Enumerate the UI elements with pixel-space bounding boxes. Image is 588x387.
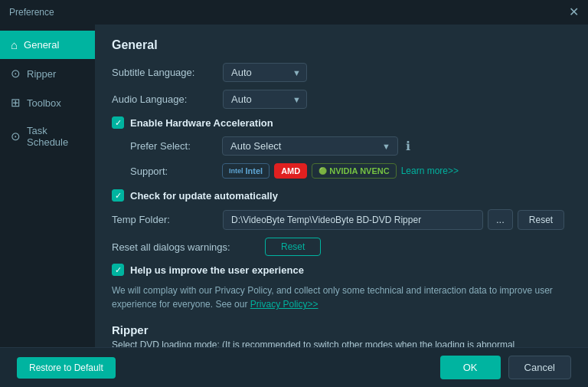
ripper-section: Ripper Select DVD loading mode: (It is r…: [112, 323, 571, 347]
audio-language-label: Audio Language:: [112, 93, 223, 105]
temp-folder-browse-button[interactable]: ...: [488, 209, 513, 230]
support-row: Support: Intel Intel AMD 🟢 NVIDIA NVENC …: [112, 163, 571, 179]
cancel-button[interactable]: Cancel: [508, 356, 571, 379]
help-improve-checkmark: ✓: [115, 266, 122, 274]
help-improve-checkbox[interactable]: ✓: [112, 264, 124, 276]
hardware-acceleration-checkmark: ✓: [115, 119, 122, 127]
preference-window: Preference ✕ ⌂ General ⊙ Ripper ⊞ Toolbo…: [0, 0, 588, 387]
reset-dialogs-label: Reset all dialogs warnings:: [112, 241, 265, 253]
general-icon: ⌂: [11, 38, 18, 51]
check-update-checkmark: ✓: [115, 192, 122, 200]
nvidia-logo: 🟢: [318, 167, 327, 175]
main-content: General Subtitle Language: Auto English …: [95, 25, 588, 347]
titlebar: Preference ✕: [0, 0, 588, 25]
check-update-label: Check for update automatically: [130, 190, 278, 202]
section-title: General: [112, 38, 571, 52]
toolbox-icon: ⊞: [11, 96, 21, 110]
help-improve-row: ✓ Help us improve the user experience: [112, 264, 571, 276]
sidebar-item-task-schedule[interactable]: ⊙ Task Schedule: [0, 117, 95, 156]
intel-chip: Intel Intel: [222, 163, 270, 179]
help-improve-label: Help us improve the user experience: [130, 264, 304, 276]
help-improve-text: We will complay with our Privacy Policy,…: [112, 284, 571, 311]
sidebar: ⌂ General ⊙ Ripper ⊞ Toolbox ⊙ Task Sche…: [0, 25, 95, 347]
sidebar-item-general[interactable]: ⌂ General: [0, 31, 95, 59]
reset-dialogs-row: Reset all dialogs warnings: Reset: [112, 238, 571, 256]
window-body: ⌂ General ⊙ Ripper ⊞ Toolbox ⊙ Task Sche…: [0, 25, 588, 347]
restore-default-button[interactable]: Restore to Default: [17, 357, 116, 379]
reset-dialogs-button[interactable]: Reset: [265, 238, 321, 256]
sidebar-item-toolbox[interactable]: ⊞ Toolbox: [0, 88, 95, 117]
hardware-acceleration-row: ✓ Enable Hardware Acceleration: [112, 116, 571, 129]
footer: Restore to Default OK Cancel: [0, 347, 588, 387]
audio-language-select[interactable]: Auto English French German: [223, 90, 307, 109]
learn-more-link[interactable]: Learn more>>: [401, 166, 459, 176]
subtitle-language-select[interactable]: Auto English French German: [223, 63, 307, 82]
prefer-select-dropdown[interactable]: Auto Select Intel AMD NVIDIA NVENC: [222, 136, 398, 156]
sidebar-label-ripper: Ripper: [27, 68, 56, 80]
temp-folder-input[interactable]: [223, 210, 483, 230]
ripper-desc: Select DVD loading mode: (It is recommen…: [112, 339, 571, 347]
audio-language-select-wrapper: Auto English French German ▼: [223, 90, 307, 109]
sidebar-label-general: General: [24, 39, 59, 51]
task-schedule-icon: ⊙: [11, 130, 21, 143]
window-title: Preference: [9, 7, 569, 18]
check-update-checkbox[interactable]: ✓: [112, 189, 124, 202]
ripper-title: Ripper: [112, 323, 571, 336]
prefer-select-wrapper: Auto Select Intel AMD NVIDIA NVENC ▼: [222, 136, 398, 156]
ok-button[interactable]: OK: [440, 356, 501, 379]
close-button[interactable]: ✕: [569, 6, 579, 18]
prefer-select-row: Prefer Select: Auto Select Intel AMD NVI…: [112, 136, 571, 156]
sidebar-label-toolbox: Toolbox: [27, 97, 61, 109]
amd-chip: AMD: [274, 163, 307, 179]
temp-folder-label: Temp Folder:: [112, 214, 223, 225]
amd-chip-label: AMD: [281, 166, 300, 175]
intel-chip-label: Intel: [246, 166, 263, 175]
subtitle-language-select-wrapper: Auto English French German ▼: [223, 63, 307, 82]
support-label: Support:: [130, 166, 222, 177]
check-update-row: ✓ Check for update automatically: [112, 189, 571, 202]
sidebar-item-ripper[interactable]: ⊙ Ripper: [0, 59, 95, 88]
help-improve-body: We will complay with our Privacy Policy,…: [112, 285, 553, 310]
audio-language-row: Audio Language: Auto English French Germ…: [112, 90, 571, 109]
info-icon[interactable]: ℹ: [406, 139, 410, 153]
footer-buttons: OK Cancel: [440, 356, 571, 379]
hardware-acceleration-checkbox[interactable]: ✓: [112, 116, 124, 129]
nvidia-chip: 🟢 NVIDIA NVENC: [312, 163, 396, 179]
intel-logo: Intel: [229, 167, 243, 175]
subtitle-language-row: Subtitle Language: Auto English French G…: [112, 63, 571, 82]
prefer-select-label: Prefer Select:: [130, 140, 222, 152]
nvidia-chip-label: NVIDIA NVENC: [329, 166, 389, 175]
sidebar-label-task-schedule: Task Schedule: [27, 125, 84, 148]
temp-folder-reset-button[interactable]: Reset: [518, 210, 564, 230]
privacy-policy-link[interactable]: Privacy Policy>>: [250, 299, 318, 310]
subtitle-language-label: Subtitle Language:: [112, 67, 223, 78]
hardware-acceleration-label: Enable Hardware Acceleration: [130, 117, 273, 129]
ripper-icon: ⊙: [11, 67, 21, 80]
help-improve-section: ✓ Help us improve the user experience We…: [112, 264, 571, 311]
temp-folder-row: Temp Folder: ... Reset: [112, 209, 571, 230]
